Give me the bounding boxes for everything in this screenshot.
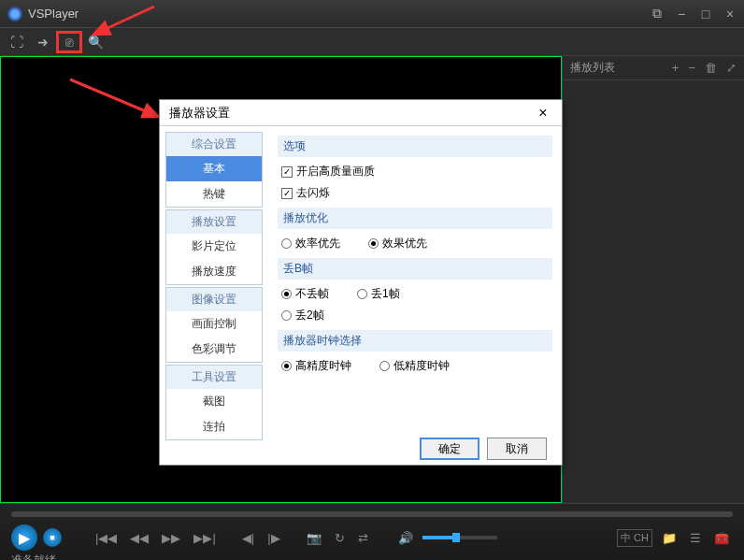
status-text: 准备就绪 — [11, 553, 733, 560]
nav-item-color[interactable]: 色彩调节 — [166, 337, 262, 362]
forward-icon[interactable]: ▶▶ — [158, 531, 184, 545]
pin-icon[interactable]: ➜ — [30, 31, 56, 53]
step-fwd-icon[interactable]: |▶ — [264, 531, 283, 545]
nav-item-speed[interactable]: 播放速度 — [166, 259, 262, 284]
cancel-button[interactable]: 取消 — [487, 438, 547, 460]
radio-efficiency[interactable]: 效率优先 — [281, 236, 340, 251]
undock-icon[interactable]: ⧉ — [651, 7, 664, 21]
nav-item-seek[interactable]: 影片定位 — [166, 234, 262, 259]
rewind-icon[interactable]: ◀◀ — [126, 531, 152, 545]
shuffle-icon[interactable]: ⇄ — [354, 531, 372, 545]
nav-item-basic[interactable]: 基本 — [166, 156, 262, 181]
radio-drop1[interactable]: 丢1帧 — [357, 286, 400, 302]
radio-nodrop[interactable]: 不丢帧 — [281, 286, 329, 302]
skip-start-icon[interactable]: |◀◀ — [92, 531, 121, 545]
snapshot-icon[interactable]: 📷 — [303, 531, 325, 545]
app-logo-icon — [7, 7, 22, 22]
nav-group-image: 图像设置 — [166, 288, 262, 311]
close-button[interactable]: × — [723, 7, 737, 21]
section-optimization: 播放优化 — [278, 208, 552, 229]
playlist-panel: 播放列表 + − 🗑 ⤢ — [562, 56, 744, 503]
nav-group-general: 综合设置 — [166, 133, 262, 156]
nav-item-screenshot[interactable]: 截图 — [166, 389, 262, 414]
stop-button[interactable]: ■ — [43, 528, 62, 547]
nav-item-hotkey[interactable]: 热键 — [166, 181, 262, 207]
nav-item-burst[interactable]: 连拍 — [166, 414, 262, 439]
playlist-delete-icon[interactable]: 🗑 — [705, 61, 717, 75]
nav-item-frame[interactable]: 画面控制 — [166, 311, 262, 337]
fullscreen-icon[interactable]: ⛶ — [4, 31, 30, 53]
volume-icon[interactable]: 🔊 — [394, 531, 417, 545]
settings-icon[interactable]: ⎚ — [56, 31, 82, 53]
checkbox-hq[interactable]: ✓开启高质量画质 — [281, 164, 375, 179]
checkbox-deflicker[interactable]: ✓去闪烁 — [281, 185, 330, 201]
settings-dialog: 播放器设置 × 综合设置 基本 热键 播放设置 影片定位 播放速度 图像设置 画… — [159, 99, 563, 466]
section-bframe: 丢B帧 — [278, 258, 552, 280]
app-title: VSPlayer — [28, 7, 651, 21]
ok-button[interactable]: 确定 — [420, 438, 479, 460]
list-icon[interactable]: ☰ — [686, 531, 705, 545]
minimize-button[interactable]: − — [675, 7, 688, 21]
playlist-title: 播放列表 — [570, 60, 663, 76]
search-icon[interactable]: 🔍 — [82, 31, 108, 53]
section-options: 选项 — [278, 136, 552, 157]
seek-bar[interactable] — [11, 511, 733, 517]
playlist-undock-icon[interactable]: ⤢ — [726, 61, 737, 75]
nav-group-playback: 播放设置 — [166, 210, 262, 234]
radio-quality[interactable]: 效果优先 — [368, 236, 427, 251]
skip-end-icon[interactable]: ▶▶| — [190, 531, 219, 545]
step-back-icon[interactable]: ◀| — [238, 531, 258, 545]
loop-icon[interactable]: ↻ — [331, 531, 349, 545]
tools-icon[interactable]: 🧰 — [710, 531, 733, 545]
radio-loprec[interactable]: 低精度时钟 — [379, 358, 450, 374]
lang-badge[interactable]: 中 CH — [617, 529, 652, 547]
section-clock: 播放器时钟选择 — [278, 330, 552, 352]
maximize-button[interactable]: □ — [699, 7, 712, 21]
folder-icon[interactable]: 📁 — [658, 531, 680, 545]
volume-slider[interactable] — [422, 536, 497, 539]
dialog-title: 播放器设置 — [169, 105, 534, 122]
play-button[interactable]: ▶ — [11, 524, 37, 551]
radio-hiprec[interactable]: 高精度时钟 — [281, 358, 351, 374]
radio-drop2[interactable]: 丢2帧 — [281, 308, 324, 323]
dialog-close-icon[interactable]: × — [534, 105, 552, 122]
nav-group-tools: 工具设置 — [166, 366, 262, 389]
playlist-remove-icon[interactable]: − — [688, 61, 695, 75]
playlist-add-icon[interactable]: + — [672, 61, 680, 75]
